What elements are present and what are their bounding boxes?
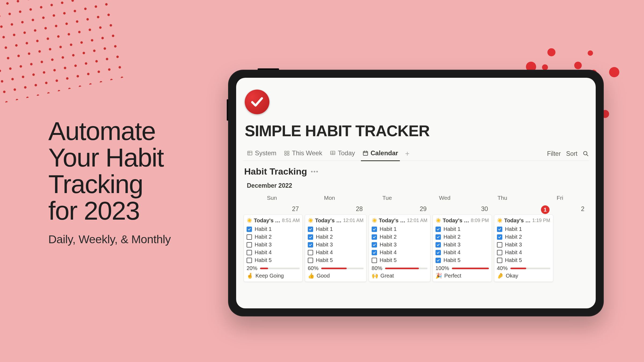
habit-label: Habit 5	[444, 257, 460, 263]
habit-label: Habit 1	[444, 226, 460, 232]
habit-label: Habit 5	[380, 257, 397, 263]
filter-button[interactable]: Filter	[547, 150, 561, 157]
month-label: December 2022	[247, 182, 589, 189]
day-card[interactable]: ☀️ Today's … 8:09 PM Habit 1 Habit 2 Hab…	[433, 215, 492, 282]
status-label: Great	[380, 273, 394, 279]
weekday-label: Mon	[301, 193, 358, 204]
habit-label: Habit 4	[380, 249, 397, 256]
habit-checkbox[interactable]	[497, 227, 502, 232]
tab-this-week[interactable]: This Week	[280, 147, 326, 161]
habit-label: Habit 5	[316, 257, 333, 263]
sort-button[interactable]: Sort	[566, 150, 577, 157]
habit-checkbox[interactable]	[372, 242, 377, 248]
habit-checkbox[interactable]	[436, 227, 441, 232]
tab-calendar[interactable]: Calendar	[359, 147, 402, 161]
habit-row: Habit 3	[247, 241, 300, 249]
status-label: Keep Going	[255, 273, 284, 279]
habit-row: Habit 1	[247, 225, 300, 233]
habit-checkbox[interactable]	[308, 227, 313, 232]
habit-row: Habit 2	[497, 233, 550, 241]
habit-checkbox[interactable]	[372, 227, 377, 232]
view-tabs: SystemThis WeekTodayCalendar	[243, 147, 402, 161]
habit-row: Habit 1	[436, 225, 489, 233]
day-card[interactable]: ☀️ Today's … 12:01 AM Habit 1 Habit 2 Ha…	[369, 215, 430, 282]
progress-percent: 60%	[308, 265, 319, 271]
habit-checkbox[interactable]	[497, 250, 502, 255]
habit-checkbox[interactable]	[497, 234, 502, 240]
habit-checkbox[interactable]	[308, 250, 313, 255]
board-icon	[284, 150, 290, 156]
database-menu-icon[interactable]: •••	[311, 168, 319, 175]
tab-today[interactable]: Today	[326, 147, 359, 161]
habit-row: Habit 5	[497, 256, 550, 264]
habit-label: Habit 3	[505, 242, 522, 248]
calendar-cell[interactable]: 28 ☀️ Today's … 12:01 AM Habit 1 Habit 2…	[305, 204, 367, 282]
habit-label: Habit 2	[380, 234, 397, 240]
habit-checkbox[interactable]	[247, 242, 252, 248]
habit-checkbox[interactable]	[247, 234, 252, 240]
habit-row: Habit 3	[497, 241, 550, 249]
calendar-body: 27 ☀️ Today's … 8:51 AM Habit 1 Habit 2 …	[243, 204, 589, 282]
search-icon[interactable]	[583, 151, 589, 157]
sun-icon: ☀️	[436, 218, 441, 223]
habit-checkbox[interactable]	[247, 258, 252, 263]
card-title: Today's …	[379, 217, 405, 224]
habit-checkbox[interactable]	[372, 258, 377, 263]
habit-label: Habit 3	[380, 242, 397, 248]
card-time: 1:19 PM	[532, 218, 550, 223]
habit-checkbox[interactable]	[247, 227, 252, 232]
habit-label: Habit 1	[505, 226, 522, 232]
habit-checkbox[interactable]	[308, 234, 313, 240]
habit-checkbox[interactable]	[247, 250, 252, 255]
habit-checkbox[interactable]	[436, 234, 441, 240]
page-icon-checkmark[interactable]	[245, 90, 269, 114]
calendar-icon	[363, 150, 368, 156]
calendar-cell[interactable]: 1 ☀️ Today's … 1:19 PM Habit 1 Habit 2 H…	[494, 204, 553, 282]
progress-percent: 20%	[247, 265, 257, 271]
weekday-label: Thu	[474, 193, 531, 204]
card-time: 8:09 PM	[471, 218, 489, 223]
habit-checkbox[interactable]	[308, 242, 313, 248]
habit-checkbox[interactable]	[497, 242, 502, 248]
habit-checkbox[interactable]	[436, 250, 441, 255]
status-emoji-icon: 🤞	[247, 272, 253, 279]
checkmark-icon	[250, 95, 264, 109]
day-card[interactable]: ☀️ Today's … 12:01 AM Habit 1 Habit 2 Ha…	[305, 215, 367, 282]
weekday-label: Fri	[531, 193, 589, 204]
svg-rect-4	[287, 151, 289, 153]
tab-label: System	[255, 149, 276, 157]
database-title[interactable]: Habit Tracking	[244, 166, 307, 177]
progress-bar	[385, 268, 427, 269]
table-icon	[247, 150, 253, 156]
add-view-button[interactable]: +	[402, 148, 413, 160]
card-time: 12:01 AM	[343, 218, 364, 223]
habit-label: Habit 5	[505, 257, 522, 263]
svg-line-15	[587, 154, 588, 156]
day-card[interactable]: ☀️ Today's … 8:51 AM Habit 1 Habit 2 Hab…	[244, 215, 303, 282]
tablet-frame: SIMPLE HABIT TRACKER SystemThis WeekToda…	[228, 70, 604, 316]
habit-row: Habit 4	[372, 249, 427, 256]
progress-bar	[452, 268, 489, 269]
status-label: Okay	[506, 273, 518, 279]
calendar-cell[interactable]: 2	[555, 204, 588, 282]
svg-rect-0	[248, 151, 252, 155]
habit-checkbox[interactable]	[436, 258, 441, 263]
card-title: Today's …	[315, 217, 342, 224]
day-card[interactable]: ☀️ Today's … 1:19 PM Habit 1 Habit 2 Hab…	[494, 215, 553, 282]
calendar-cell[interactable]: 30 ☀️ Today's … 8:09 PM Habit 1 Habit 2 …	[433, 204, 492, 282]
habit-checkbox[interactable]	[308, 258, 313, 263]
tab-system[interactable]: System	[243, 147, 280, 161]
habit-label: Habit 2	[255, 234, 272, 240]
calendar-cell[interactable]: 29 ☀️ Today's … 12:01 AM Habit 1 Habit 2…	[369, 204, 430, 282]
habit-label: Habit 2	[316, 234, 333, 240]
habit-checkbox[interactable]	[372, 234, 377, 240]
habit-checkbox[interactable]	[497, 258, 502, 263]
habit-checkbox[interactable]	[436, 242, 441, 248]
status-emoji-icon: 🎉	[436, 272, 442, 279]
card-title: Today's …	[504, 217, 531, 224]
habit-row: Habit 2	[436, 233, 489, 241]
calendar-cell[interactable]: 27 ☀️ Today's … 8:51 AM Habit 1 Habit 2 …	[244, 204, 303, 282]
habit-checkbox[interactable]	[372, 250, 377, 255]
calendar-header-row: SunMonTueWedThuFri	[243, 193, 589, 204]
sun-icon: ☀️	[247, 218, 252, 223]
